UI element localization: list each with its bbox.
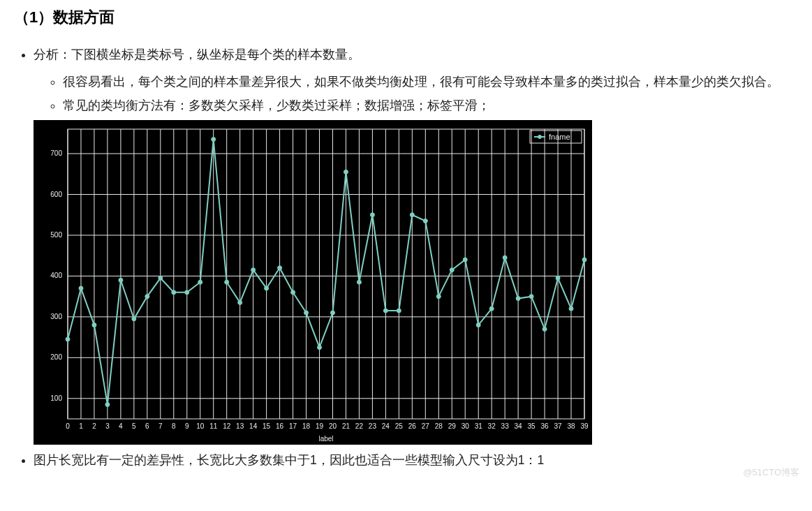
svg-text:18: 18: [302, 422, 311, 430]
svg-point-109: [238, 300, 242, 304]
sub-list: 很容易看出，每个类之间的样本量差异很大，如果不做类均衡处理，很有可能会导致样本量…: [34, 71, 798, 117]
svg-point-115: [318, 345, 322, 349]
svg-text:25: 25: [395, 422, 404, 430]
svg-text:100: 100: [50, 394, 62, 402]
svg-point-113: [291, 290, 295, 295]
svg-point-112: [278, 265, 282, 269]
svg-text:fname: fname: [549, 133, 570, 141]
svg-text:13: 13: [236, 422, 244, 430]
svg-text:12: 12: [223, 422, 231, 430]
line-chart: 0123456789101112131415161718192021222324…: [34, 120, 592, 445]
svg-point-111: [265, 286, 269, 290]
svg-point-108: [225, 280, 229, 284]
chart-bullet: 0123456789101112131415161718192021222324…: [34, 120, 798, 445]
sub-bullet-1: 很容易看出，每个类之间的样本量差异很大，如果不做类均衡处理，很有可能会导致样本量…: [63, 71, 798, 94]
svg-point-127: [476, 323, 480, 327]
svg-point-120: [383, 309, 387, 313]
svg-point-128: [489, 306, 494, 311]
svg-text:3: 3: [105, 422, 110, 430]
main-list: 分析：下图横坐标是类标号，纵坐标是每个类的样本数量。 很容易看出，每个类之间的样…: [14, 43, 798, 472]
svg-point-98: [92, 323, 96, 327]
svg-point-125: [450, 267, 454, 272]
svg-text:200: 200: [50, 353, 62, 361]
svg-text:26: 26: [408, 422, 417, 430]
svg-text:8: 8: [172, 422, 176, 430]
svg-point-104: [172, 290, 176, 295]
svg-text:400: 400: [50, 272, 62, 279]
svg-point-118: [357, 280, 361, 284]
svg-text:700: 700: [50, 149, 62, 157]
svg-point-138: [538, 135, 542, 138]
svg-point-135: [582, 258, 586, 262]
sub-bullet-2: 常见的类均衡方法有：多数类欠采样，少数类过采样；数据增强；标签平滑；: [63, 94, 798, 117]
svg-text:32: 32: [488, 422, 496, 430]
svg-text:5: 5: [132, 422, 136, 430]
svg-text:34: 34: [515, 422, 523, 430]
svg-text:37: 37: [554, 422, 562, 430]
svg-text:31: 31: [475, 422, 483, 430]
svg-point-106: [198, 280, 202, 284]
svg-point-121: [397, 309, 401, 313]
svg-text:10: 10: [196, 422, 205, 430]
svg-text:300: 300: [50, 313, 62, 320]
svg-text:7: 7: [158, 422, 163, 430]
svg-text:28: 28: [435, 422, 443, 430]
ratio-bullet: 图片长宽比有一定的差异性，长宽比大多数集中于1，因此也适合一些模型输入尺寸设为1…: [34, 449, 798, 472]
svg-text:11: 11: [209, 422, 218, 430]
svg-text:6: 6: [145, 422, 149, 430]
svg-rect-0: [68, 129, 584, 419]
svg-text:30: 30: [462, 422, 470, 430]
svg-point-107: [212, 137, 216, 141]
svg-text:19: 19: [316, 422, 324, 430]
svg-point-100: [119, 278, 123, 282]
svg-text:38: 38: [567, 422, 575, 430]
svg-text:39: 39: [580, 422, 589, 430]
svg-point-105: [185, 290, 189, 295]
svg-point-134: [569, 306, 573, 311]
svg-point-102: [145, 294, 149, 298]
section-heading: （1）数据方面: [14, 7, 798, 28]
svg-text:2: 2: [92, 422, 96, 430]
svg-point-116: [330, 311, 334, 315]
svg-point-133: [556, 276, 560, 280]
svg-point-117: [344, 170, 348, 174]
svg-text:33: 33: [501, 422, 510, 430]
svg-text:36: 36: [541, 422, 549, 430]
svg-text:21: 21: [342, 422, 350, 430]
svg-text:20: 20: [329, 422, 337, 430]
svg-text:16: 16: [276, 422, 284, 430]
svg-point-131: [529, 294, 533, 298]
svg-point-123: [423, 219, 427, 223]
svg-point-122: [410, 212, 414, 216]
svg-text:15: 15: [263, 422, 271, 430]
chart-container: 0123456789101112131415161718192021222324…: [34, 120, 798, 445]
svg-text:27: 27: [422, 422, 430, 430]
svg-point-110: [251, 267, 256, 272]
svg-text:1: 1: [79, 422, 83, 430]
svg-point-114: [304, 311, 309, 315]
svg-point-96: [66, 337, 70, 341]
svg-text:9: 9: [185, 422, 189, 430]
svg-text:0: 0: [66, 422, 70, 430]
watermark-text: @51CTO博客: [743, 466, 799, 479]
svg-text:29: 29: [448, 422, 457, 430]
svg-point-124: [436, 294, 441, 298]
svg-point-130: [516, 296, 520, 300]
svg-point-119: [370, 212, 374, 216]
svg-text:35: 35: [528, 422, 536, 430]
svg-text:17: 17: [289, 422, 297, 430]
svg-text:14: 14: [249, 422, 258, 430]
svg-point-126: [463, 258, 467, 262]
svg-point-101: [132, 317, 136, 321]
svg-text:600: 600: [50, 190, 62, 198]
svg-text:23: 23: [369, 422, 377, 430]
svg-point-129: [503, 256, 507, 260]
svg-point-103: [158, 276, 163, 280]
svg-text:label: label: [318, 435, 333, 443]
svg-text:22: 22: [355, 422, 364, 430]
svg-text:4: 4: [119, 422, 123, 430]
svg-text:500: 500: [50, 231, 62, 239]
svg-point-97: [79, 286, 83, 290]
svg-point-132: [542, 327, 547, 331]
svg-point-99: [105, 402, 110, 406]
